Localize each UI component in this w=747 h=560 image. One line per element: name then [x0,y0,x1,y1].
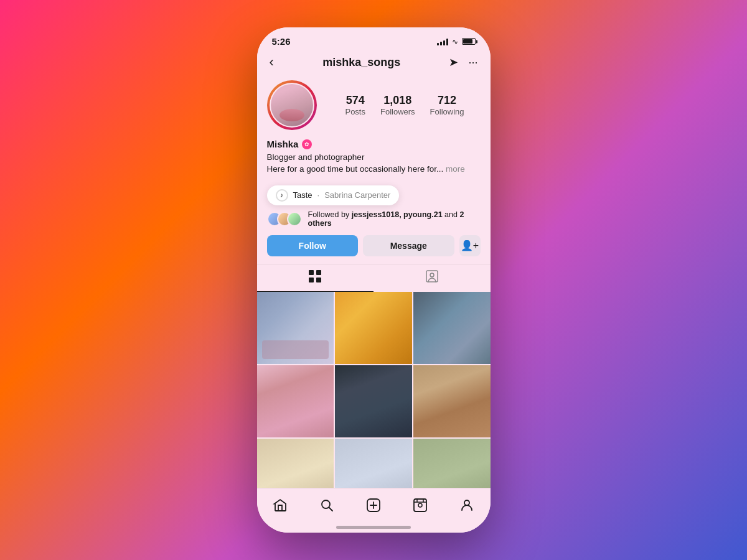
stat-following[interactable]: 712 Following [430,94,464,116]
avatar-ring [267,80,317,130]
post-cell-6[interactable] [413,365,491,437]
profile-info: Mishka ✿ Blogger and photographer Here f… [267,139,481,175]
tab-tagged[interactable] [374,264,491,292]
followed-by-and: and [443,210,460,219]
search-icon [319,498,334,516]
nav-bar: ‹ mishka_songs ➤ ··· [257,52,491,75]
bottom-nav [257,488,491,523]
status-bar: 5:26 ∿ [257,27,491,52]
grid-icon [308,269,322,286]
home-icon [273,498,288,516]
stats-container: 574 Posts 1,018 Followers 712 Following [329,94,481,116]
add-icon [366,498,381,516]
add-friend-button[interactable]: 👤+ [459,235,481,256]
post-cell-2[interactable] [335,292,412,364]
music-separator: · [317,190,320,200]
nav-add[interactable] [360,493,387,521]
profile-name-row: Mishka ✿ [267,139,481,149]
post-cell-8[interactable] [335,439,412,488]
following-label: Following [430,107,464,116]
profile-nav-icon [459,498,474,516]
direct-message-icon[interactable]: ➤ [449,55,458,69]
svg-rect-3 [316,278,321,282]
svg-rect-4 [426,271,438,282]
followed-by-text: Followed by jessjess1018, pyoung.21 and … [308,210,481,228]
post-cell-1[interactable] [257,292,334,364]
home-indicator [257,523,491,533]
post-cell-7[interactable] [257,439,334,488]
avatar-wrapper[interactable] [267,80,317,130]
phone-frame: 5:26 ∿ ‹ mishka_songs ➤ ··· [257,27,491,533]
followed-by: Followed by jessjess1018, pyoung.21 and … [267,210,481,228]
followed-by-prefix: Followed by [308,210,352,219]
nav-home[interactable] [266,493,294,521]
follow-button[interactable]: Follow [267,235,359,256]
stat-followers[interactable]: 1,018 Followers [380,94,415,116]
profile-section: 574 Posts 1,018 Followers 712 Following … [257,75,491,264]
status-icons: ∿ [437,37,476,46]
nav-reels[interactable] [406,493,434,521]
svg-point-9 [418,503,422,507]
stat-posts[interactable]: 574 Posts [345,94,365,116]
svg-rect-8 [414,499,426,511]
wifi-icon: ∿ [452,37,458,46]
bio-line1: Blogger and photographer [267,152,365,162]
grid-row-2 [257,365,491,437]
following-count: 712 [438,94,456,107]
profile-username: mishka_songs [322,56,400,69]
status-time: 5:26 [272,36,291,47]
add-friend-icon: 👤+ [461,240,479,251]
avatar [271,84,313,126]
battery-icon [462,38,476,45]
followed-by-names[interactable]: jessjess1018, pyoung.21 [352,210,443,219]
follower-avatar-3 [287,212,302,226]
followers-count: 1,018 [383,94,411,107]
posts-label: Posts [345,107,365,116]
post-cell-9[interactable] [413,439,491,488]
follower-avatars [267,212,297,226]
avatar-inner [270,83,314,128]
followers-label: Followers [380,107,415,116]
verified-badge-icon: ✿ [302,139,312,149]
nav-profile[interactable] [453,493,481,521]
svg-rect-0 [309,270,314,275]
svg-rect-2 [309,278,314,282]
post-cell-5[interactable] [335,365,412,437]
message-button[interactable]: Message [363,235,454,256]
signal-bars-icon [437,38,448,45]
grid-row-1 [257,292,491,364]
svg-point-10 [464,500,469,505]
bio-more[interactable]: more [446,164,465,174]
reels-icon [413,498,428,516]
posts-count: 574 [346,94,365,107]
music-song: Taste [293,190,312,200]
grid-row-3 [257,439,491,488]
nav-search[interactable] [313,493,341,521]
bio-line2: Here for a good time but occasionally he… [267,164,444,174]
profile-bio: Blogger and photographer Here for a good… [267,152,481,175]
back-button[interactable]: ‹ [270,54,274,70]
post-cell-4[interactable] [257,365,334,437]
svg-point-5 [430,273,434,277]
profile-name: Mishka [267,139,299,149]
post-cell-3[interactable] [413,292,491,364]
nav-actions: ➤ ··· [449,55,477,69]
more-options-icon[interactable]: ··· [468,56,477,69]
home-indicator-bar [336,526,411,529]
music-artist: Sabrina Carpenter [324,190,390,200]
svg-rect-1 [316,270,321,275]
posts-grid [257,292,491,488]
tagged-icon [425,269,439,286]
tabs-row [257,264,491,292]
music-tooltip[interactable]: ♪ Taste · Sabrina Carpenter [267,185,400,205]
profile-header: 574 Posts 1,018 Followers 712 Following [267,80,481,130]
music-note-icon: ♪ [276,189,288,202]
action-buttons: Follow Message 👤+ [267,235,481,256]
tab-grid[interactable] [257,264,374,292]
